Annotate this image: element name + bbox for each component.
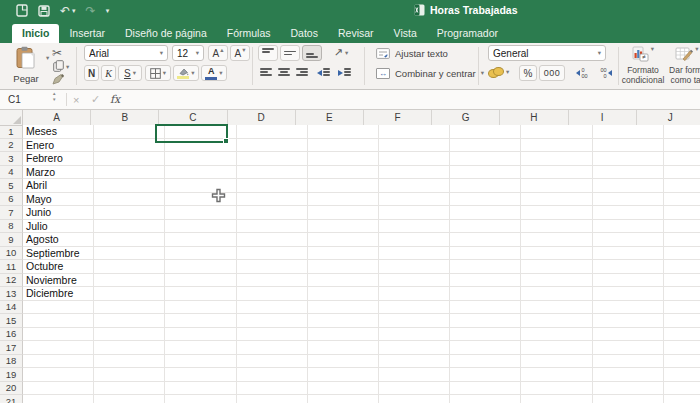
cell-B5[interactable] — [94, 179, 165, 193]
cell-G21[interactable] — [450, 395, 521, 403]
cell-I15[interactable] — [593, 314, 664, 328]
column-header-J[interactable]: J — [637, 110, 700, 126]
cell-F3[interactable] — [379, 152, 450, 166]
cell-I13[interactable] — [593, 287, 664, 301]
row-header-8[interactable]: 8 — [0, 220, 23, 234]
cell-D13[interactable] — [237, 287, 308, 301]
cell-B18[interactable] — [94, 355, 165, 369]
currency-format-button[interactable]: ▾ — [488, 67, 509, 77]
cell-E16[interactable] — [308, 328, 379, 342]
row-header-3[interactable]: 3 — [0, 152, 23, 166]
copy-icon[interactable] — [53, 60, 64, 72]
cell-A9[interactable]: Agosto — [23, 233, 94, 247]
cell-F13[interactable] — [379, 287, 450, 301]
cell-G6[interactable] — [450, 193, 521, 207]
increase-font-button[interactable]: A▴ — [208, 45, 228, 61]
decrease-decimal-button[interactable]: 000 — [595, 65, 617, 81]
cell-H9[interactable] — [521, 233, 592, 247]
cell-B8[interactable] — [94, 220, 165, 234]
formula-input[interactable] — [130, 92, 696, 107]
row-header-20[interactable]: 20 — [0, 382, 23, 396]
name-box-stepper[interactable]: ▲▼ — [52, 92, 56, 102]
cell-F2[interactable] — [379, 139, 450, 153]
cell-B13[interactable] — [94, 287, 165, 301]
cell-J17[interactable] — [664, 341, 700, 355]
cell-J2[interactable] — [664, 139, 700, 153]
undo-button[interactable]: ↶ ▾ — [60, 5, 76, 17]
cell-A13[interactable]: Diciembre — [23, 287, 94, 301]
cell-C12[interactable] — [165, 274, 236, 288]
row-header-4[interactable]: 4 — [0, 166, 23, 180]
cell-G12[interactable] — [450, 274, 521, 288]
cell-J9[interactable] — [664, 233, 700, 247]
tab-vista[interactable]: Vista — [384, 24, 427, 43]
cell-D6[interactable] — [237, 193, 308, 207]
cell-J19[interactable] — [664, 368, 700, 382]
cell-H15[interactable] — [521, 314, 592, 328]
format-as-table-button[interactable]: ▾ Dar forma como tab — [666, 46, 700, 64]
cell-H17[interactable] — [521, 341, 592, 355]
orientation-button[interactable]: ↗ ▾ — [328, 45, 354, 61]
tab-insertar[interactable]: Insertar — [59, 24, 115, 43]
cell-B3[interactable] — [94, 152, 165, 166]
merge-center-button[interactable]: ↔ Combinar y centrar ▾ — [376, 68, 484, 79]
cell-G14[interactable] — [450, 301, 521, 315]
cell-I9[interactable] — [593, 233, 664, 247]
cell-H7[interactable] — [521, 206, 592, 220]
cell-D1[interactable] — [237, 125, 308, 139]
column-header-B[interactable]: B — [91, 110, 159, 126]
cell-D15[interactable] — [237, 314, 308, 328]
cell-B9[interactable] — [94, 233, 165, 247]
cell-H4[interactable] — [521, 166, 592, 180]
cell-E14[interactable] — [308, 301, 379, 315]
cell-A4[interactable]: Marzo — [23, 166, 94, 180]
cell-G15[interactable] — [450, 314, 521, 328]
copy-caret-icon[interactable]: ▾ — [66, 64, 69, 71]
increase-indent-button[interactable] — [335, 65, 353, 81]
cell-B17[interactable] — [94, 341, 165, 355]
row-header-9[interactable]: 9 — [0, 233, 23, 247]
align-middle-button[interactable] — [280, 45, 300, 61]
cell-A11[interactable]: Octubre — [23, 260, 94, 274]
cell-G18[interactable] — [450, 355, 521, 369]
number-format-select[interactable]: General ▾ — [488, 45, 606, 61]
cell-E6[interactable] — [308, 193, 379, 207]
cell-F21[interactable] — [379, 395, 450, 403]
cell-E19[interactable] — [308, 368, 379, 382]
borders-button[interactable]: ▾ — [145, 65, 171, 81]
format-painter-icon[interactable] — [52, 73, 65, 86]
cell-C13[interactable] — [165, 287, 236, 301]
cell-E9[interactable] — [308, 233, 379, 247]
column-header-I[interactable]: I — [569, 110, 637, 126]
cell-H6[interactable] — [521, 193, 592, 207]
row-header-15[interactable]: 15 — [0, 314, 23, 328]
cell-F11[interactable] — [379, 260, 450, 274]
cell-I7[interactable] — [593, 206, 664, 220]
cell-B1[interactable] — [94, 125, 165, 139]
cell-G20[interactable] — [450, 382, 521, 396]
cell-E3[interactable] — [308, 152, 379, 166]
cell-H19[interactable] — [521, 368, 592, 382]
cell-C1[interactable] — [165, 125, 236, 139]
cell-I16[interactable] — [593, 328, 664, 342]
cell-C18[interactable] — [165, 355, 236, 369]
cell-A18[interactable] — [23, 355, 94, 369]
italic-button[interactable]: K — [101, 65, 116, 81]
cell-E4[interactable] — [308, 166, 379, 180]
cell-J16[interactable] — [664, 328, 700, 342]
cell-A3[interactable]: Febrero — [23, 152, 94, 166]
decrease-font-button[interactable]: A▾ — [230, 45, 250, 61]
cell-J1[interactable] — [664, 125, 700, 139]
cell-B14[interactable] — [94, 301, 165, 315]
cell-D4[interactable] — [237, 166, 308, 180]
cell-F19[interactable] — [379, 368, 450, 382]
cell-D11[interactable] — [237, 260, 308, 274]
cell-F12[interactable] — [379, 274, 450, 288]
cell-J7[interactable] — [664, 206, 700, 220]
cell-A19[interactable] — [23, 368, 94, 382]
cell-I1[interactable] — [593, 125, 664, 139]
cell-C15[interactable] — [165, 314, 236, 328]
paste-button[interactable]: Pegar — [6, 45, 46, 87]
cell-A15[interactable] — [23, 314, 94, 328]
toolbar-options-caret-icon[interactable]: ▾ — [106, 7, 110, 14]
